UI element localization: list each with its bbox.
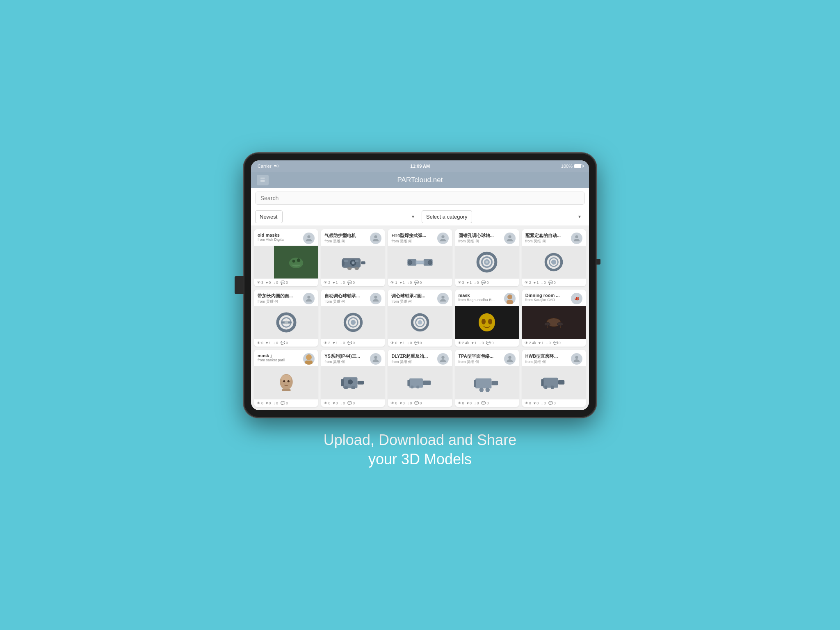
likes-count: 0 — [470, 401, 472, 405]
card-stats: 👁 0 ♥ 0 ↓ 0 💬 0 — [455, 399, 519, 407]
views-count: 0 — [395, 341, 397, 345]
likes-icon: ♥ — [472, 341, 474, 345]
model-card[interactable]: YS系列(IP44)三... from 昊维 何 — [321, 350, 385, 407]
likes-icon: ♥ — [266, 401, 268, 405]
card-image — [455, 246, 519, 278]
card-info: DLYZR起重及冶... from 昊维 何 — [391, 353, 435, 365]
comments-icon: 💬 — [414, 281, 419, 285]
svg-rect-6 — [342, 260, 345, 265]
views-icon: 👁 — [257, 281, 260, 285]
downloads-count: 0 — [549, 341, 551, 345]
card-stats: 👁 2 ♥ 1 ↓ 0 💬 0 — [522, 278, 586, 286]
sort-select[interactable]: Newest Oldest Popular — [255, 210, 283, 223]
app-title: PARTcloud.net — [397, 176, 443, 184]
model-card[interactable]: 气候防护型电机 from 昊维 何 — [321, 229, 385, 286]
stat-downloads: ↓ 0 — [474, 281, 479, 285]
comments-icon: 💬 — [486, 341, 491, 345]
likes-icon: ♥ — [534, 281, 536, 285]
comments-count: 0 — [420, 281, 422, 285]
svg-point-76 — [508, 356, 511, 358]
svg-point-70 — [441, 356, 444, 358]
search-input[interactable] — [255, 192, 585, 205]
card-author: from 昊维 何 — [258, 299, 301, 304]
card-avatar — [303, 233, 315, 244]
stat-likes: ♥ 1 — [333, 281, 338, 285]
svg-rect-77 — [475, 378, 491, 388]
comments-count: 0 — [554, 281, 556, 285]
stat-comments: 💬 0 — [281, 401, 288, 405]
svg-rect-72 — [407, 380, 410, 386]
card-header: Dinning room ... from Karajko CAD d|0 — [522, 290, 586, 306]
svg-rect-20 — [416, 261, 424, 263]
svg-rect-44 — [507, 300, 513, 304]
stat-likes: ♥ 1 — [467, 281, 472, 285]
downloads-count: 0 — [410, 341, 412, 345]
svg-point-80 — [479, 388, 484, 392]
stat-comments: 💬 0 — [347, 341, 355, 345]
comments-icon: 💬 — [414, 401, 419, 405]
model-card[interactable]: old masks from Atek Digital — [254, 229, 318, 286]
model-card[interactable]: 调心球轴承-[圆... from 昊维 何 — [388, 290, 452, 347]
card-stats: 👁 0 ♥ 1 ↓ 0 💬 0 — [254, 339, 318, 347]
category-select[interactable]: Select a category — [422, 210, 472, 223]
content-grid: old masks from Atek Digital — [251, 226, 589, 410]
stat-downloads: ↓ 0 — [340, 281, 345, 285]
svg-point-25 — [486, 260, 488, 263]
model-card[interactable]: mask j from sanket patil — [254, 350, 318, 407]
model-card[interactable]: 圆锥孔调心球轴... from 昊维 何 — [455, 229, 519, 286]
likes-count: 0 — [269, 401, 271, 405]
views-icon: 👁 — [390, 341, 394, 345]
card-title: mask j — [258, 353, 301, 358]
model-card[interactable]: HT4型焊接式弹... from 昊维 何 — [388, 229, 452, 286]
sort-select-wrapper: Newest Oldest Popular — [255, 210, 418, 223]
downloads-count: 0 — [276, 401, 278, 405]
model-card[interactable]: TPA型平面包络... from 昊维 何 — [455, 350, 519, 407]
menu-button[interactable]: ☰ — [257, 175, 269, 185]
stat-likes: ♥ 1 — [399, 341, 404, 345]
card-author: from 昊维 何 — [391, 359, 435, 365]
card-header: YS系列(IP44)三... from 昊维 何 — [321, 350, 385, 366]
model-card[interactable]: 配紧定套的自动... from 昊维 何 — [522, 229, 586, 286]
model-card[interactable]: mask from Raghunadha R... — [455, 290, 519, 347]
stat-comments: 💬 0 — [414, 341, 422, 345]
views-count: 0 — [328, 401, 330, 405]
svg-point-59 — [281, 374, 291, 382]
comments-icon: 💬 — [553, 341, 558, 345]
card-title: TPA型平面包络... — [459, 353, 502, 359]
svg-rect-85 — [558, 380, 565, 385]
svg-point-50 — [545, 322, 550, 326]
stat-views: 👁 0 — [257, 401, 263, 405]
card-info: 带加长内圈的自... from 昊维 何 — [258, 293, 301, 304]
svg-point-46 — [488, 319, 492, 324]
model-card[interactable]: 自动调心球轴承... from 昊维 何 — [321, 290, 385, 347]
card-image — [522, 366, 586, 399]
battery-text: 100% — [561, 164, 573, 169]
svg-point-35 — [374, 295, 377, 298]
stat-views: 👁 2.4k — [525, 341, 536, 345]
likes-icon: ♥ — [333, 281, 335, 285]
home-button[interactable] — [235, 276, 244, 294]
model-card[interactable]: DLYZR起重及冶... from 昊维 何 — [388, 350, 452, 407]
model-card[interactable]: Dinning room ... from Karajko CAD d|0 — [522, 290, 586, 347]
views-icon: 👁 — [257, 401, 260, 405]
svg-rect-55 — [562, 325, 562, 329]
stat-views: 👁 0 — [390, 401, 397, 405]
stat-likes: ♥ 0 — [534, 401, 539, 405]
card-image — [455, 306, 519, 339]
views-icon: 👁 — [458, 401, 461, 405]
card-stats: 👁 2.4k ♥ 1 ↓ 0 💬 0 — [522, 339, 586, 347]
downloads-count: 0 — [343, 401, 345, 405]
card-avatar — [370, 353, 381, 365]
model-card[interactable]: HWB型直廓环... from 昊维 何 — [522, 350, 586, 407]
comments-count: 0 — [353, 281, 355, 285]
stat-downloads: ↓ 0 — [340, 341, 345, 345]
svg-rect-10 — [344, 260, 348, 262]
downloads-icon: ↓ — [273, 401, 275, 405]
card-title: 圆锥孔调心球轴... — [459, 233, 502, 239]
stat-likes: ♥ 0 — [333, 401, 338, 405]
views-icon: 👁 — [324, 341, 327, 345]
svg-rect-78 — [474, 380, 476, 387]
model-card[interactable]: 带加长内圈的自... from 昊维 何 — [254, 290, 318, 347]
card-avatar — [437, 293, 449, 304]
likes-icon: ♥ — [539, 341, 541, 345]
